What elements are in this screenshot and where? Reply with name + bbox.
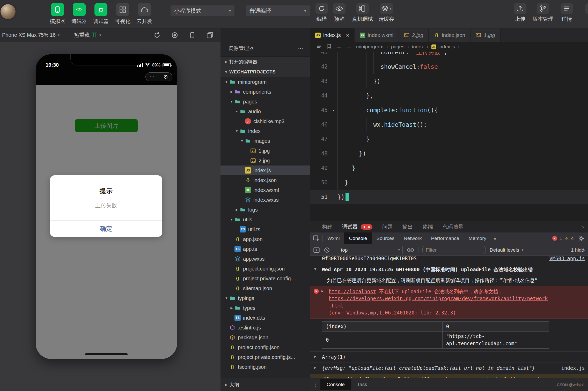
inspect-element-icon[interactable] [310,235,322,242]
code-line-43[interactable]: 43}) [310,74,588,88]
tree-item-util.ts[interactable]: TSutil.ts [220,224,310,234]
bottom-tab-task[interactable]: Task [351,379,373,390]
bookmark-icon[interactable] [326,43,332,50]
tree-item-1.jpg[interactable]: 1.jpg [220,146,310,156]
console-link[interactable]: http://localhost [329,289,376,294]
devtools-tab-memory[interactable]: Memory [464,232,491,244]
nav-button-simulator[interactable]: 模拟器 [47,0,68,28]
breadcrumb-item[interactable]: JSindex.js [431,44,455,50]
devtools-tab-performance[interactable]: Performance [427,232,464,244]
user-avatar[interactable] [1,4,16,19]
action-clear-cache[interactable]: ▾清缓存 [373,0,400,28]
editor-tab-1.jpg[interactable]: 1.jpg [471,28,500,42]
chevron-down-icon[interactable]: ▼ [229,100,234,103]
mode-dropdown[interactable]: 小程序模式 ▾ [171,5,234,16]
devtools-tab-network[interactable]: Network [399,232,427,244]
back-arrow-icon[interactable]: ← [336,44,342,50]
compile-mode-dropdown[interactable]: 普通编译 ▾ [246,5,310,16]
tree-item-.eslintrc.js[interactable]: .eslintrc.js [220,323,310,333]
chevron-down-icon[interactable]: ▼ [234,110,240,113]
tree-item-tsconfig.json[interactable]: {}tsconfig.json [220,362,310,372]
console-filter-input[interactable] [422,246,486,254]
kebab-menu-icon[interactable]: ⋮ [310,381,320,388]
action-clipped[interactable] [581,0,588,28]
editor-tab-index.wxml[interactable]: <>index.wxml [355,28,399,42]
tree-item-miniprogram[interactable]: ▼miniprogram [220,77,310,87]
nav-button-cloud-dev[interactable]: 云开发 [134,0,155,28]
live-expression-eye-icon[interactable] [407,247,414,253]
close-icon[interactable]: × [346,33,349,38]
fold-icon[interactable]: ▾ [329,108,337,112]
chevron-right-icon[interactable]: ▶ [229,90,234,94]
tree-item-2.jpg[interactable]: 2.jpg [220,156,310,166]
code-line-48[interactable]: 48}) [310,146,588,161]
restart-icon[interactable] [154,32,160,39]
modal-confirm-button[interactable]: 确定 [50,220,162,237]
expand-arrow-icon[interactable]: ▶ [314,354,316,359]
record-icon[interactable] [171,32,178,39]
chevron-right-icon[interactable]: › [582,224,584,230]
list-icon[interactable] [316,43,322,50]
source-link[interactable]: index.js [561,365,585,372]
tree-item-project.private.config....[interactable]: {}project.private.config.... [220,274,310,283]
code-line-49[interactable]: 49} [310,161,588,175]
tree-item-index.js[interactable]: JSindex.js [220,166,310,175]
code-line-42[interactable]: 42showCancel:false [310,59,588,74]
editor-tab-index.js[interactable]: JSindex.js× [310,28,355,42]
tree-item-sitemap.json[interactable]: {}sitemap.json [220,283,310,293]
tree-item-app.ts[interactable]: TSapp.ts [220,244,310,254]
chevron-down-icon[interactable]: ▼ [234,129,240,133]
code-line-51[interactable]: 51}) [310,190,588,204]
code-line-47[interactable]: 47} [310,132,588,146]
forward-arrow-icon[interactable]: → [346,44,352,50]
chevron-right-icon[interactable]: ▶ [234,208,240,212]
tree-item-types[interactable]: ▶types [220,303,310,313]
tree-item-index[interactable]: ▼index [220,126,310,136]
nav-button-debugger[interactable]: 调试器 [90,0,112,28]
console-link[interactable]: https://developers.weixin.qq.com/minipro… [329,296,548,309]
tree-item-pages[interactable]: ▼pages [220,97,310,107]
panel-tab-0[interactable]: 构建 [322,223,332,230]
breadcrumb-item[interactable]: miniprogram [356,44,384,50]
clear-console-icon[interactable] [324,247,330,253]
breadcrumb-item[interactable]: index [412,44,424,50]
action-preview[interactable]: 预览 [329,0,350,28]
tree-item-project.config.json[interactable]: {}project.config.json [220,342,310,352]
section-open-editors[interactable]: ▶ 打开的编辑器 [220,56,310,67]
code-line-46[interactable]: 46wx.hideToast(); [310,117,588,132]
tree-item-index.d.ts[interactable]: TSindex.d.ts [220,313,310,323]
exit-circle-icon[interactable] [159,75,172,79]
tree-item-cishicike.mp3[interactable]: ♪cishicike.mp3 [220,116,310,126]
more-icon[interactable]: ••• [146,75,159,78]
tree-item-typings[interactable]: ▼typings [220,293,310,303]
tree-item-app.wxss[interactable]: app.wxss [220,254,310,264]
breadcrumb-item[interactable]: ... [463,44,467,50]
tree-item-audio[interactable]: ▼audio [220,107,310,116]
source-link[interactable]: VM603 app.js [549,256,585,262]
tree-item-index.wxss[interactable]: index.wxss [220,195,310,205]
section-project-root[interactable]: ▼ WECHATPROJECTS [220,67,310,77]
editor-tab-2.jpg[interactable]: 2.jpg [399,28,429,42]
console-sidebar-icon[interactable] [313,247,320,253]
tree-item-index.json[interactable]: {}index.json [220,175,310,185]
bottom-tab-console[interactable]: Console [320,379,351,390]
expand-arrow-icon[interactable]: ▶ [321,288,324,294]
code-editor[interactable]: 41content: '上传失败',42showCancel:false43})… [310,52,588,221]
devtools-tab-wxml[interactable]: Wxml [323,232,344,244]
panel-tab-3[interactable]: 输出 [402,223,413,230]
breadcrumb-item[interactable]: pages [391,44,405,50]
tree-item-images[interactable]: ▼images [220,136,310,146]
action-version[interactable]: 版本管理 [531,0,555,28]
more-tabs-icon[interactable]: » [491,236,499,241]
device-frame-icon[interactable] [189,32,196,39]
context-selector[interactable]: top ▾ [338,246,403,254]
devtools-tab-console[interactable]: Console [344,232,372,244]
chevron-down-icon[interactable]: ▼ [229,218,234,221]
action-details[interactable]: 详情 [556,0,577,28]
code-line-45[interactable]: 45▾complete:function(){ [310,103,588,117]
hot-reload-toggle[interactable]: 热重载 开 ▾ [74,32,101,39]
more-icon[interactable]: ··· [297,45,304,51]
tree-item-app.json[interactable]: {}app.json [220,234,310,244]
panel-tab-1[interactable]: 调试器1, 4 [342,223,372,230]
tree-item-project.private.config.js...[interactable]: {}project.private.config.js... [220,352,310,362]
